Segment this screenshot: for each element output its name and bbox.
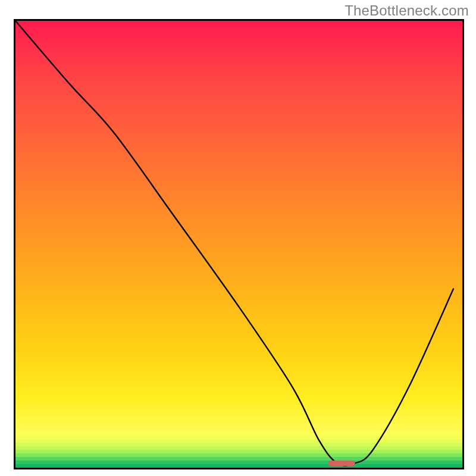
chart-area — [15, 21, 462, 468]
chart-svg — [15, 21, 462, 468]
attribution-text: TheBottleneck.com — [345, 2, 469, 19]
bottleneck-curve — [15, 21, 453, 465]
chart-frame — [14, 19, 464, 469]
optimal-marker — [328, 461, 355, 466]
